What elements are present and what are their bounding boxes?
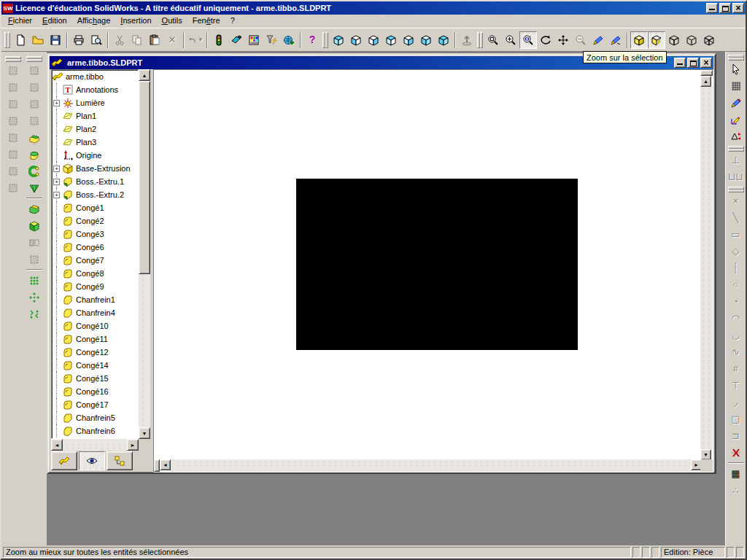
box-3d-icon[interactable]: ▢ bbox=[727, 411, 745, 427]
zoom-out-icon[interactable] bbox=[572, 31, 589, 49]
doc-close-button[interactable]: × bbox=[700, 58, 712, 68]
toolbar-gripper[interactable] bbox=[477, 31, 482, 49]
doc-minimize-button[interactable] bbox=[674, 58, 686, 68]
circle-icon[interactable]: ○ bbox=[727, 276, 745, 293]
tree-item[interactable]: Chanfrein1 bbox=[52, 293, 138, 306]
scroll-down-icon[interactable]: ▼ bbox=[700, 449, 711, 460]
tree-item[interactable]: Congé15 bbox=[52, 372, 138, 385]
circular-sketch-pattern-icon[interactable]: ∴ bbox=[727, 482, 745, 499]
zoom-fit-icon[interactable] bbox=[484, 31, 502, 49]
feature-tool-2-icon[interactable] bbox=[4, 79, 22, 96]
toolbar-gripper[interactable] bbox=[727, 55, 745, 60]
pan-icon[interactable] bbox=[554, 31, 572, 49]
delete-icon[interactable]: ✕ bbox=[163, 31, 181, 49]
menu-insertion[interactable]: Insertion bbox=[115, 15, 156, 28]
undo-icon[interactable]: ▼ bbox=[187, 31, 204, 49]
mirror-entities-icon[interactable] bbox=[727, 444, 745, 461]
feature-tool-6-icon[interactable] bbox=[4, 146, 22, 163]
tab-features[interactable] bbox=[51, 451, 77, 470]
view-left-icon[interactable] bbox=[382, 31, 400, 49]
split-entities-icon[interactable]: # bbox=[727, 360, 745, 377]
tree-item[interactable]: Congé9 bbox=[52, 280, 138, 293]
selection-filter-icon[interactable] bbox=[263, 31, 280, 49]
scroll-thumb[interactable] bbox=[139, 81, 150, 274]
cut-revolve-icon[interactable] bbox=[25, 79, 43, 96]
view-isometric-icon[interactable] bbox=[330, 31, 347, 49]
zoom-in-icon[interactable] bbox=[502, 31, 519, 49]
tree-item[interactable]: Congé17 bbox=[52, 398, 138, 411]
tree-item[interactable]: Congé2 bbox=[52, 214, 138, 228]
cut-extrude-icon[interactable] bbox=[25, 62, 43, 79]
tree-item[interactable]: Congé12 bbox=[52, 346, 138, 359]
tab-configurations[interactable] bbox=[107, 451, 133, 470]
linear-pattern-icon[interactable] bbox=[25, 272, 43, 289]
section-pen-1-icon[interactable] bbox=[589, 31, 607, 49]
feature-tool-7-icon[interactable] bbox=[4, 163, 22, 179]
menu-outils[interactable]: Outils bbox=[157, 15, 187, 28]
dimension-icon[interactable]: ⊔⊔ bbox=[727, 168, 745, 185]
web-hyperlink-icon[interactable] bbox=[280, 31, 298, 49]
tree-item-root[interactable]: arme.tibbo bbox=[52, 70, 138, 83]
cut-icon[interactable] bbox=[111, 31, 128, 49]
viewport-vertical-scrollbar[interactable]: ▲ ▼ bbox=[700, 70, 713, 460]
scroll-left-icon[interactable]: ◄ bbox=[160, 459, 171, 470]
feature-tool-8-icon[interactable] bbox=[4, 179, 22, 196]
feature-tool-1-icon[interactable] bbox=[4, 62, 22, 79]
modify-sketch-icon[interactable] bbox=[727, 128, 745, 144]
split-handle[interactable] bbox=[154, 459, 160, 472]
tree-item[interactable]: +Base-Extrusion bbox=[52, 162, 138, 175]
hidden-lines-gray-icon[interactable] bbox=[683, 31, 700, 49]
toolbar-gripper[interactable] bbox=[727, 146, 745, 151]
tree-item[interactable]: Congé16 bbox=[52, 385, 138, 398]
tree-item[interactable]: Origine bbox=[52, 149, 138, 162]
tree-item[interactable]: Chanfrein4 bbox=[52, 306, 138, 319]
tree-item[interactable]: Congé14 bbox=[52, 359, 138, 372]
scroll-left-icon[interactable]: ◄ bbox=[51, 439, 63, 451]
model-geometry[interactable] bbox=[296, 179, 578, 350]
menu-affichage[interactable]: Affichage bbox=[72, 15, 116, 28]
toolbar-gripper[interactable] bbox=[727, 187, 745, 192]
tree-horizontal-scrollbar[interactable]: ◄ ► bbox=[51, 439, 139, 451]
centerline-icon[interactable]: ┊ bbox=[727, 260, 745, 276]
shell-icon[interactable] bbox=[25, 201, 43, 217]
pattern-gray-icon[interactable] bbox=[25, 251, 43, 268]
tree-item[interactable]: +Boss.-Extru.1 bbox=[52, 175, 138, 188]
normal-to-icon[interactable] bbox=[458, 31, 476, 49]
view-back-icon[interactable] bbox=[365, 31, 382, 49]
menu-?[interactable]: ? bbox=[225, 15, 240, 28]
trim-entities-icon[interactable]: ⊤ bbox=[727, 377, 745, 394]
section-pen-2-icon[interactable] bbox=[607, 31, 624, 49]
save-icon[interactable] bbox=[47, 31, 64, 49]
tangent-arc-icon[interactable]: ◠ bbox=[727, 310, 745, 327]
split-handle[interactable] bbox=[700, 70, 713, 76]
hidden-lines-removed-icon[interactable] bbox=[665, 31, 683, 49]
feature-tool-4-icon[interactable] bbox=[4, 112, 22, 129]
tree-item[interactable]: Congé10 bbox=[52, 319, 138, 332]
tree-vertical-scrollbar[interactable]: ▲ ▼ bbox=[139, 69, 150, 439]
maximize-button[interactable] bbox=[719, 3, 731, 13]
paste-icon[interactable] bbox=[146, 31, 163, 49]
select-arrow-icon[interactable] bbox=[727, 61, 745, 77]
centerpoint-arc-icon[interactable]: ◔ bbox=[727, 293, 745, 310]
linear-sketch-pattern-icon[interactable]: ▦ bbox=[727, 465, 745, 482]
doc-maximize-button[interactable] bbox=[687, 58, 699, 68]
view-dimetric-icon[interactable] bbox=[435, 31, 452, 49]
viewport-horizontal-scrollbar[interactable]: ◄ ► bbox=[154, 459, 702, 472]
sketch-fillet-icon[interactable]: ◞ bbox=[727, 394, 745, 411]
tree-item[interactable]: Congé3 bbox=[52, 228, 138, 241]
grid-icon[interactable] bbox=[727, 77, 745, 94]
three-point-arc-icon[interactable]: ◡ bbox=[727, 327, 745, 343]
tab-display[interactable] bbox=[79, 451, 105, 470]
close-button[interactable]: × bbox=[732, 3, 744, 13]
tree-item[interactable]: Congé8 bbox=[52, 267, 138, 280]
scroll-down-icon[interactable]: ▼ bbox=[139, 427, 150, 439]
tree-item[interactable]: Chanfrein5 bbox=[52, 411, 138, 424]
toolbar-gripper[interactable] bbox=[322, 31, 328, 49]
menu-edition[interactable]: Edition bbox=[37, 15, 72, 28]
rectangle-icon[interactable]: ▭ bbox=[727, 226, 745, 243]
offset-entities-icon[interactable]: ⊐ bbox=[727, 427, 745, 444]
feature-tool-3-icon[interactable] bbox=[4, 96, 22, 112]
cut-sweep-icon[interactable] bbox=[25, 96, 43, 112]
tree-item[interactable]: Congé6 bbox=[52, 241, 138, 254]
print-icon[interactable] bbox=[70, 31, 88, 49]
